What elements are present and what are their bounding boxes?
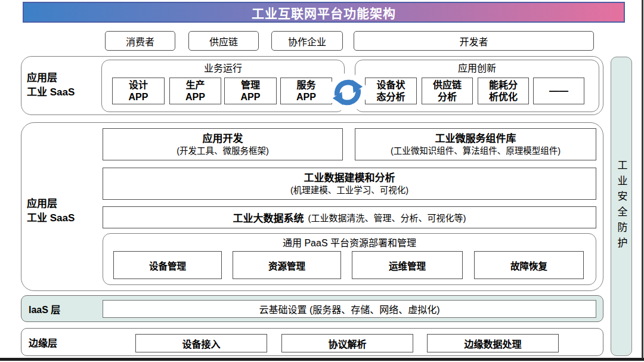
actor-partner-enterprise-label: 协作企业 <box>288 34 326 48</box>
actor-developer-label: 开发者 <box>459 34 488 48</box>
data-modeling-subtitle: (机理建模、工业学习、可视化) <box>290 185 408 196</box>
mgmt-box-device: 设备管理 <box>113 251 222 279</box>
cloud-infrastructure-box: 云基础设置 (服务器、存储、网络、虚拟化) <box>103 300 596 318</box>
mgmt-box-fault-recovery-label: 故障恢复 <box>510 259 547 272</box>
app-box-management: 管理 APP <box>224 78 277 104</box>
mgmt-box-operations: 运维管理 <box>352 251 463 279</box>
industrial-internet-architecture-diagram: 工业互联网平台功能架构 消费者 供应链 协作企业 开发者 应用层 工业 SaaS… <box>0 0 644 362</box>
actor-consumer-label: 消费者 <box>126 34 154 48</box>
actor-partner-enterprise: 协作企业 <box>271 31 343 51</box>
edge-box-device-access: 设备接入 <box>135 334 267 352</box>
big-data-system-box: 工业大数据系统 (工业数据清洗、管理、分析、可视化等) <box>103 206 596 228</box>
innovation-box-energy-optimization-label: 能耗分 析优化 <box>489 79 518 103</box>
edge-box-edge-data-processing: 边缘数据处理 <box>427 334 559 352</box>
innovation-box-supply-chain-analysis-label: 供应链 分析 <box>433 79 462 103</box>
data-modeling-title: 工业数据建模和分析 <box>304 172 395 185</box>
edge-box-edge-data-processing-label: 边缘数据处理 <box>464 336 521 351</box>
page-title: 工业互联网平台功能架构 <box>252 4 396 21</box>
sync-icon <box>329 73 367 112</box>
microservice-library-subtitle: (工业微知识组件、算法组件、原理模型组件) <box>391 146 561 157</box>
mgmt-box-resource-label: 资源管理 <box>268 259 305 272</box>
app-development-subtitle: (开发工具、微服务框架) <box>177 146 269 157</box>
app-box-design-label: 设计 APP <box>129 79 148 103</box>
bottom-border-bar <box>0 358 644 361</box>
security-protection-label: 工业安全防护 <box>614 160 629 253</box>
actor-supply-chain: 供应链 <box>188 31 259 51</box>
app-box-design: 设计 APP <box>112 78 165 104</box>
data-modeling-box: 工业数据建模和分析 (机理建模、工业学习、可视化) <box>103 168 596 200</box>
app-box-management-label: 管理 APP <box>241 79 261 103</box>
iaas-layer-label-text: IaaS 层 <box>29 302 60 316</box>
mgmt-box-device-label: 设备管理 <box>149 259 186 272</box>
app-box-service-label: 服务 APP <box>296 79 316 103</box>
actor-developer: 开发者 <box>354 31 594 51</box>
mgmt-box-fault-recovery: 故障恢复 <box>474 251 584 279</box>
edge-layer-label-text: 边缘层 <box>29 335 57 349</box>
app-development-box: 应用开发 (开发工具、微服务框架) <box>103 128 343 160</box>
actor-consumer: 消费者 <box>105 31 175 51</box>
big-data-system-title: 工业大数据系统 <box>233 210 304 225</box>
microservice-library-box: 工业微服务组件库 (工业微知识组件、算法组件、原理模型组件) <box>355 128 596 160</box>
mgmt-box-resource: 资源管理 <box>233 251 341 279</box>
application-innovation-title: 应用创新 <box>355 61 599 73</box>
title-banner: 工业互联网平台功能架构 <box>23 2 625 23</box>
mgmt-box-operations-label: 运维管理 <box>389 259 426 272</box>
business-operation-title: 业务运行 <box>101 61 345 73</box>
iaas-layer-label: IaaS 层 <box>29 295 60 322</box>
big-data-system-subtitle: (工业数据清洗、管理、分析、可视化等) <box>308 211 466 224</box>
innovation-box-energy-optimization: 能耗分 析优化 <box>478 78 529 104</box>
edge-box-protocol-parsing: 协议解析 <box>281 334 413 352</box>
right-border-line <box>642 0 643 358</box>
cloud-infrastructure-label: 云基础设置 (服务器、存储、网络、虚拟化) <box>259 302 439 316</box>
paas-management-title: 通用 PaaS 平台资源部署和管理 <box>103 236 596 249</box>
paas-management-title-text: 通用 PaaS 平台资源部署和管理 <box>283 235 416 249</box>
app-box-production-label: 生产 APP <box>185 79 205 103</box>
app-box-production: 生产 APP <box>169 78 221 104</box>
innovation-box-device-status: 设备状 态分析 <box>365 78 417 104</box>
microservice-library-title: 工业微服务组件库 <box>435 132 516 146</box>
innovation-box-placeholder-label: —— <box>549 85 568 97</box>
innovation-box-supply-chain-analysis: 供应链 分析 <box>422 78 473 104</box>
paas-layer-label: 应用层 工业 SaaS <box>27 197 101 225</box>
application-innovation-title-text: 应用创新 <box>458 60 496 75</box>
app-development-title: 应用开发 <box>203 132 243 146</box>
actor-supply-chain-label: 供应链 <box>209 34 238 48</box>
edge-layer-label: 边缘层 <box>29 328 57 356</box>
innovation-box-device-status-label: 设备状 态分析 <box>376 79 405 103</box>
sync-arrows-icon <box>330 75 365 110</box>
edge-box-protocol-parsing-label: 协议解析 <box>328 336 366 351</box>
business-operation-title-text: 业务运行 <box>204 60 242 75</box>
innovation-box-placeholder: —— <box>533 78 584 104</box>
edge-box-device-access-label: 设备接入 <box>182 336 220 351</box>
app-box-service: 服务 APP <box>280 78 332 104</box>
saas-layer-label: 应用层 工业 SaaS <box>27 71 101 100</box>
security-protection-bar: 工业安全防护 <box>611 57 632 356</box>
